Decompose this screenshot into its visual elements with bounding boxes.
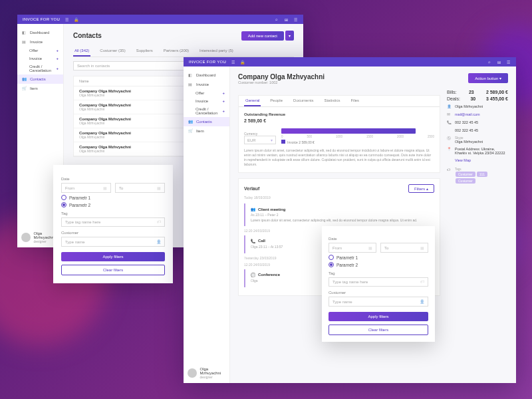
mail-icon: ✉	[447, 112, 452, 117]
sidebar-item-item[interactable]: 🛒Item	[184, 126, 229, 136]
lock-icon[interactable]: 🔒	[240, 60, 245, 65]
filter-panel: Date From▦ To▦ Parametr 1 Parametr 2 Tag…	[53, 165, 173, 283]
sidebar-item-invoice2[interactable]: Invoice+	[184, 97, 229, 105]
sidebar-item-offer[interactable]: Offer+	[184, 89, 229, 97]
add-icon[interactable]: ⊞	[497, 60, 501, 65]
customer-input[interactable]: Type name👤	[61, 237, 165, 247]
sidebar-item-item[interactable]: 🛒Item	[17, 84, 63, 93]
sidebar: ◧Dashboard ▤Invoice Offer+ Invoice+ Cred…	[184, 66, 230, 383]
tab-customer[interactable]: Customer (35)	[98, 46, 126, 57]
tag-chip[interactable]: 111	[477, 172, 487, 177]
param2-radio[interactable]: Parametr 2	[61, 202, 165, 207]
filter-customer-label: Customer	[61, 231, 165, 235]
revenue-value: 2 589,00 €	[244, 118, 434, 123]
avatar	[188, 368, 197, 378]
people-icon: 👥	[251, 207, 255, 211]
revenue-bar	[281, 128, 416, 134]
add-icon[interactable]: ⊞	[284, 17, 289, 22]
person-icon: 👤	[156, 239, 161, 244]
sidebar-item-invoice[interactable]: ▤Invoice	[184, 80, 229, 89]
tag-chip[interactable]: Customer	[456, 178, 475, 184]
verlauf-title: Verlauf	[244, 186, 259, 191]
page-title: Contacts	[73, 32, 102, 39]
tab-suppliers[interactable]: Suppliers	[135, 46, 154, 57]
tab-general[interactable]: General	[244, 96, 261, 106]
date-to-input[interactable]: To▦	[380, 243, 428, 253]
tab-statistics[interactable]: Statistics	[323, 96, 341, 106]
view-map-link[interactable]: View Map	[455, 158, 508, 162]
tag-input[interactable]: Type tag name here🏷	[61, 217, 165, 227]
calendar-icon: ▦	[103, 186, 107, 190]
sidebar-item-credit[interactable]: Credit / Cancellation+	[184, 105, 229, 117]
person-icon: 👤	[447, 104, 452, 109]
revenue-label: Outstanding Revenue	[244, 112, 434, 116]
tag-chip[interactable]: Customer	[456, 172, 475, 177]
date-from-input[interactable]: From▦	[61, 183, 111, 193]
param1-radio[interactable]: Parametr 1	[329, 255, 428, 260]
menu-icon[interactable]: ☰	[231, 60, 235, 65]
clear-filters-button[interactable]: Clear filters	[61, 265, 165, 275]
chat-icon: 💬	[251, 273, 255, 277]
sidebar-item-invoice[interactable]: ▤Invoice	[17, 37, 63, 47]
add-contact-dropdown[interactable]: ▾	[285, 31, 294, 41]
calendar-icon: ▦	[157, 186, 161, 190]
timeline-today: Today 18/03/2019	[244, 196, 434, 200]
sidebar-item-credit[interactable]: Credit / Cancellation+	[17, 63, 63, 74]
sidebar-item-contacts[interactable]: 👥Contacts	[17, 74, 63, 84]
tab-partners[interactable]: Partners (200)	[162, 46, 190, 57]
header-bar: INVOCE FOR YOU ☰ 🔒 ⌕ ⊞ ☰	[184, 57, 516, 66]
add-contact-button[interactable]: Add new contact	[241, 31, 284, 41]
brand: INVOCE FOR YOU	[189, 60, 226, 64]
tag-icon: 🏷	[157, 220, 161, 224]
filter-tag-label: Tag	[61, 211, 165, 215]
search-icon[interactable]: ⌕	[275, 17, 279, 22]
sidebar-item-dashboard[interactable]: ◧Dashboard	[184, 70, 229, 80]
avatar	[21, 233, 31, 242]
tab-documents[interactable]: Documents	[292, 96, 315, 106]
settings-icon[interactable]: ☰	[293, 17, 298, 22]
action-button[interactable]: Action button ▾	[468, 73, 508, 83]
date-from-input[interactable]: From▦	[329, 243, 376, 253]
apply-filters-button[interactable]: Apply filters	[329, 312, 428, 321]
tab-all[interactable]: All (342)	[73, 46, 90, 57]
email-link[interactable]: mail@mail.com	[455, 112, 480, 116]
contacts-tabs: All (342) Customer (35) Suppliers Partne…	[73, 46, 294, 57]
skype-icon: Ⓢ	[447, 136, 452, 141]
tag-icon: 🏷	[447, 168, 452, 172]
revenue-scale: 05001000150020002500	[281, 135, 434, 138]
description-text: Lorem ipsum dolor sit amet, consectetur …	[244, 148, 434, 167]
search-icon[interactable]: ⌕	[487, 60, 492, 65]
phone-icon: 📞	[447, 120, 452, 125]
clear-filters-button[interactable]: Clear filters	[329, 325, 428, 335]
menu-icon[interactable]: ☰	[65, 17, 69, 22]
brand: INVOCE FOR YOU	[23, 17, 60, 21]
param1-radio[interactable]: Parametr 1	[61, 195, 165, 200]
filter-panel: Date From▦ To▦ Parametr 1 Parametr 2 Tag…	[322, 226, 435, 342]
sidebar-item-invoice2[interactable]: Invoice+	[17, 55, 63, 63]
phone-icon: 📞	[251, 239, 255, 243]
filters-button[interactable]: Filters ▴	[408, 184, 434, 193]
header-bar: INVOCE FOR YOU ☰ 🔒 ⌕ ⊞ ☰	[17, 15, 303, 24]
currency-select[interactable]: EUR▾	[244, 136, 276, 144]
apply-filters-button[interactable]: Apply filters	[61, 252, 165, 261]
tab-people[interactable]: People	[269, 96, 284, 106]
settings-icon[interactable]: ☰	[506, 60, 511, 65]
user-badge[interactable]: Olga Mzhvyachnidesigner	[188, 367, 229, 379]
param2-radio[interactable]: Parametr 2	[329, 262, 428, 267]
filter-date-label: Date	[61, 177, 165, 181]
sidebar-item-contacts[interactable]: 👥Contacts	[184, 117, 229, 126]
date-to-input[interactable]: To▦	[115, 183, 165, 193]
info-column: Bills:232 589,00 € Deals:303 455,00 € 👤O…	[447, 90, 508, 296]
company-subtitle: Customer number: 1002	[238, 80, 325, 84]
company-title: Company Olga Mzhvyachni	[238, 73, 325, 80]
sidebar-item-dashboard[interactable]: ◧Dashboard	[17, 28, 63, 37]
timeline-item[interactable]: 👥Client meeting As 23:11 – Peter 2 Lorem…	[244, 203, 434, 226]
tab-files[interactable]: Files	[349, 96, 360, 106]
sidebar-item-offer[interactable]: Offer+	[17, 47, 63, 55]
customer-input[interactable]: Type name👤	[329, 297, 428, 307]
location-icon: 📍	[447, 147, 452, 152]
lock-icon[interactable]: 🔒	[74, 17, 78, 22]
tab-interested[interactable]: Interested party (5)	[198, 46, 235, 57]
tag-input[interactable]: Type tag name here🏷	[329, 277, 428, 287]
